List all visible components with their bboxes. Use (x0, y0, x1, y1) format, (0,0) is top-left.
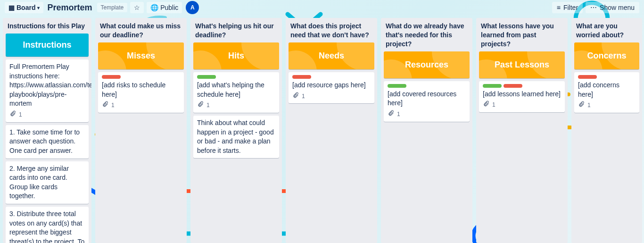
attachment-icon (197, 101, 204, 110)
card-text: [add what's helping the schedule here] (197, 81, 275, 99)
visibility-label: Public (160, 4, 178, 11)
star-icon: ☆ (134, 4, 140, 11)
board-icon: ▦ (8, 4, 15, 11)
instruction-card[interactable]: Full Premortem Play instructions here: h… (6, 59, 89, 122)
board-canvas: Instructions for this Play Instructions … (0, 15, 644, 243)
board-title[interactable]: Premortem (47, 3, 92, 13)
label-red (292, 75, 311, 79)
prompt-card[interactable]: [add risks to schedule here] 1 (98, 72, 184, 113)
menu-label: Show menu (600, 4, 635, 11)
card-text: [add resource gaps here] (292, 81, 371, 90)
label-red (102, 75, 121, 79)
list-body[interactable]: Needs [add resource gaps here] 1 (286, 42, 377, 243)
avatar[interactable]: A (186, 1, 199, 14)
list-concerns: What are you worried about? Concerns [ad… (571, 18, 642, 243)
list-header[interactable]: Instructions for this Play (3, 18, 91, 34)
card-text: [add risks to schedule here] (102, 81, 180, 99)
list-body[interactable]: Past Lessons [add lessons learned here] … (476, 51, 568, 243)
attachment-icon (483, 101, 489, 109)
attachment-count: 1 (492, 101, 495, 109)
list-body[interactable]: Hits [add what's helping the schedule he… (190, 42, 282, 243)
prompt-card[interactable]: [add resource gaps here] 1 (289, 72, 374, 103)
card-text: [add lessons learned here] (483, 90, 561, 99)
globe-icon: 🌐 (150, 4, 158, 11)
list-header[interactable]: What do we already have that's needed fo… (381, 18, 472, 51)
info-card[interactable]: Think about what could happen in a proje… (193, 116, 279, 158)
template-button[interactable]: Template (97, 3, 128, 12)
label-red (504, 84, 522, 88)
prompt-card[interactable]: [add concerns here] 1 (574, 72, 639, 113)
list-body[interactable]: Misses [add risks to schedule here] 1 (95, 42, 187, 243)
show-menu-button[interactable]: ⋯ Show menu (586, 2, 639, 13)
attachment-icon (102, 101, 108, 110)
card-text: [add concerns here] (578, 81, 636, 99)
attachment-icon (9, 110, 16, 119)
filter-icon: ≡ (557, 4, 561, 11)
list-header[interactable]: What could make us miss our deadline? (95, 18, 187, 42)
list-resources: What do we already have that's needed fo… (381, 18, 472, 243)
prompt-card[interactable]: [add covered resources here] 1 (384, 81, 470, 122)
list-hits: What's helping us hit our deadline? Hits… (190, 18, 282, 243)
prompt-card[interactable]: [add what's helping the schedule here] 1 (193, 72, 279, 113)
star-button[interactable]: ☆ (130, 2, 144, 13)
prompt-card[interactable]: [add lessons learned here] 1 (479, 81, 565, 112)
visibility-button[interactable]: 🌐 Public (147, 2, 182, 13)
card-text: [add covered resources here] (388, 90, 466, 108)
list-misses: What could make us miss our deadline? Mi… (95, 18, 187, 243)
attachment-count: 1 (206, 101, 210, 109)
board-header: ▦ Board ▾ Premortem Template ☆ 🌐 Public … (0, 0, 644, 15)
column-title-card[interactable]: Misses (98, 42, 184, 69)
list-needs: What does this project need that we don'… (286, 18, 377, 243)
menu-icon: ⋯ (590, 4, 597, 11)
attachment-icon (292, 92, 299, 101)
attachment-count: 1 (19, 111, 22, 119)
label-green (197, 75, 216, 79)
instruction-card[interactable]: 2. Merge any similar cards into one card… (6, 161, 89, 204)
instruction-card[interactable]: 3. Distribute three total votes on any c… (6, 207, 89, 243)
list-body[interactable]: Resources [add covered resources here] 1 (381, 51, 472, 243)
attachment-count: 1 (302, 92, 305, 101)
attachment-icon (578, 101, 585, 110)
chevron-down-icon: ▾ (37, 5, 40, 10)
label-green (483, 84, 502, 88)
column-title-card[interactable]: Past Lessons (479, 51, 565, 78)
list-body[interactable]: Concerns [add concerns here] 1 (571, 42, 642, 243)
filter-button[interactable]: ≡ Filter (552, 2, 583, 13)
view-label: Board (17, 4, 35, 11)
attachment-icon (388, 110, 394, 119)
attachment-count: 1 (111, 101, 115, 109)
column-title-card[interactable]: Resources (384, 51, 470, 78)
label-red (578, 75, 597, 79)
label-green (388, 84, 406, 88)
instruction-card[interactable]: 1. Take some time for to answer each que… (6, 125, 89, 159)
instructions-title-card[interactable]: Instructions (6, 34, 89, 57)
column-title-card[interactable]: Needs (289, 42, 374, 69)
list-lessons: What lessons have you learned from past … (476, 18, 568, 243)
list-header[interactable]: What does this project need that we don'… (286, 18, 377, 42)
view-switcher-button[interactable]: ▦ Board ▾ (5, 2, 43, 13)
list-header[interactable]: What are you worried about? (571, 18, 642, 42)
column-title-card[interactable]: Concerns (574, 42, 639, 69)
card-text: Full Premortem Play instructions here: h… (9, 62, 85, 109)
avatar-initials: A (190, 4, 195, 11)
filter-label: Filter (563, 4, 578, 11)
list-body[interactable]: Instructions Full Premortem Play instruc… (3, 34, 91, 243)
list-header[interactable]: What lessons have you learned from past … (476, 18, 568, 51)
column-title-card[interactable]: Hits (193, 42, 279, 69)
list-header[interactable]: What's helping us hit our deadline? (190, 18, 282, 42)
attachment-count: 1 (397, 110, 400, 118)
list-instructions: Instructions for this Play Instructions … (3, 18, 91, 243)
attachment-count: 1 (587, 101, 591, 109)
